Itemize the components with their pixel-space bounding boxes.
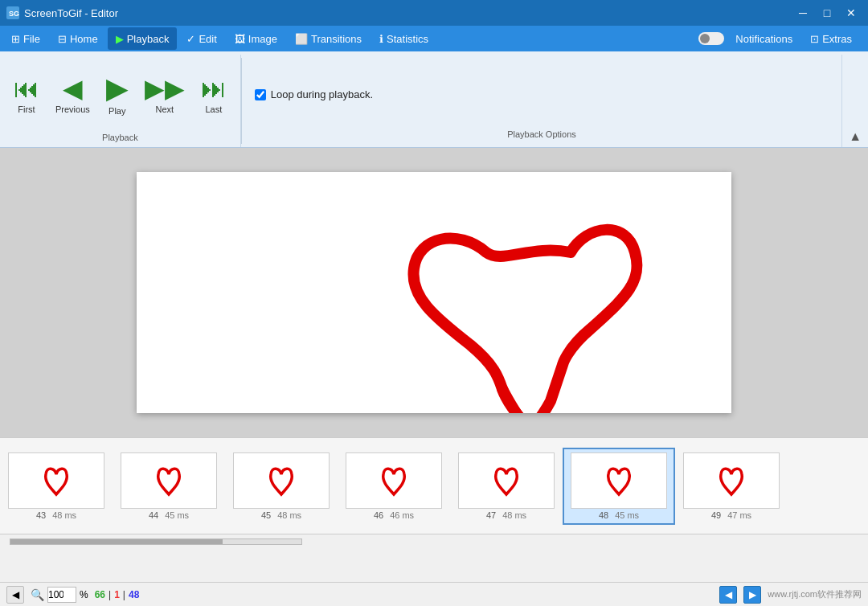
next-label: Next — [155, 104, 174, 114]
heart-main — [413, 230, 637, 413]
progress-fill — [10, 539, 223, 544]
playback-icon: ▶ — [116, 33, 124, 45]
playback-group: ⏮ First ◀ Previous ▶ Play ▶▶ Next ⏭ Last… — [0, 55, 241, 147]
notifications-area: Notifications ⊡ Extras — [698, 31, 865, 47]
menu-statistics[interactable]: ℹ Statistics — [371, 27, 436, 50]
frame-47-num: 47 — [486, 510, 496, 520]
main-canvas-area — [0, 148, 868, 437]
heart-bottom — [502, 389, 530, 413]
loop-checkbox-label[interactable]: Loop during playback. — [255, 88, 373, 100]
frame-48-ms: 45 ms — [615, 510, 639, 520]
menu-edit[interactable]: ✓ Edit — [178, 27, 224, 50]
loop-label: Loop during playback. — [271, 88, 373, 100]
scroll-left-button[interactable]: ◀ — [6, 586, 24, 604]
menu-image[interactable]: 🖼 Image — [227, 27, 285, 50]
menu-transitions[interactable]: ⬜ Transitions — [287, 27, 370, 50]
nav-left-button[interactable]: ◀ — [719, 586, 737, 604]
film-frame-47[interactable]: 47 48 ms — [450, 448, 563, 524]
film-frame-43[interactable]: 43 48 ms — [0, 448, 113, 524]
frame-48-info: 48 45 ms — [599, 510, 639, 520]
frame-counts: 66 | 1 | 48 — [95, 589, 140, 600]
notifications-button[interactable]: Notifications — [729, 31, 799, 47]
film-frame-48[interactable]: 48 45 ms — [563, 448, 675, 525]
extras-icon: ⊡ — [810, 33, 819, 45]
zoom-control: 🔍 % — [31, 587, 88, 603]
frame-47-icon — [474, 458, 538, 502]
ribbon-collapse-button[interactable]: ▲ — [842, 55, 868, 147]
extras-button[interactable]: ⊡ Extras — [804, 31, 858, 47]
frame-45-icon — [249, 458, 313, 502]
film-frame-49[interactable]: 49 47 ms — [675, 448, 788, 524]
nav-right-button[interactable]: ▶ — [743, 586, 761, 604]
frame-43-thumb — [8, 452, 104, 509]
svg-text:SG: SG — [9, 10, 19, 18]
frame-43-info: 43 48 ms — [36, 510, 76, 520]
progress-bar[interactable] — [10, 538, 302, 545]
frame-49-num: 49 — [711, 510, 721, 520]
frame-45-ms: 48 ms — [277, 510, 301, 520]
frame-46-num: 46 — [374, 510, 383, 520]
extras-label: Extras — [822, 33, 852, 45]
last-icon: ⏭ — [201, 76, 227, 101]
film-frame-45[interactable]: 45 48 ms — [225, 448, 338, 524]
current-frame: 48 — [129, 589, 139, 600]
playback-buttons: ⏮ First ◀ Previous ▶ Play ▶▶ Next ⏭ Last — [6, 58, 234, 131]
collapse-icon: ▲ — [849, 129, 862, 144]
frame-46-ms: 46 ms — [390, 510, 414, 520]
play-button[interactable]: ▶ Play — [99, 70, 136, 120]
first-button[interactable]: ⏮ First — [6, 72, 47, 118]
next-button[interactable]: ▶▶ Next — [137, 72, 192, 118]
total-frames: 66 — [95, 589, 105, 600]
title-bar: SG ScreenToGif - Editor ─ □ ✕ — [0, 0, 868, 26]
menu-file[interactable]: ⊞ File — [3, 27, 48, 50]
counts-separator2: | — [123, 589, 125, 600]
loop-checkbox[interactable] — [255, 89, 266, 100]
status-right: ◀ ▶ www.rjtj.com软件推荐网 — [719, 586, 862, 604]
menu-image-label: Image — [248, 33, 277, 45]
selected-count: 1 — [114, 589, 120, 600]
home-icon: ⊟ — [58, 33, 67, 45]
frame-49-icon — [699, 458, 764, 502]
menu-bar: ⊞ File ⊟ Home ▶ Playback ✓ Edit 🖼 Image … — [0, 26, 868, 51]
frame-48-thumb — [571, 452, 667, 509]
menu-home[interactable]: ⊟ Home — [50, 27, 106, 50]
menu-playback[interactable]: ▶ Playback — [108, 27, 178, 50]
menu-home-label: Home — [70, 33, 98, 45]
status-bar: ◀ 🔍 % 66 | 1 | 48 ◀ ▶ www.rjtj.com软件推荐网 — [0, 582, 868, 606]
frame-48-icon — [587, 458, 651, 502]
film-frame-46[interactable]: 46 46 ms — [338, 448, 450, 524]
frame-44-thumb — [121, 452, 217, 509]
app-title: ScreenToGif - Editor — [24, 7, 118, 19]
progress-area — [0, 534, 868, 548]
close-button[interactable]: ✕ — [841, 5, 862, 21]
minimize-button[interactable]: ─ — [792, 5, 813, 21]
last-button[interactable]: ⏭ Last — [194, 72, 234, 118]
loop-option: Loop during playback. — [255, 61, 829, 128]
canvas-svg — [137, 172, 731, 413]
menu-playback-label: Playback — [127, 33, 170, 45]
frame-48-num: 48 — [599, 510, 608, 520]
film-frame-44[interactable]: 44 45 ms — [113, 448, 225, 524]
frame-49-thumb — [683, 452, 780, 509]
frame-46-info: 46 46 ms — [374, 510, 414, 520]
next-icon: ▶▶ — [145, 76, 185, 101]
menu-statistics-label: Statistics — [387, 33, 428, 45]
zoom-input[interactable] — [47, 587, 76, 603]
notifications-toggle[interactable] — [698, 32, 724, 45]
menu-file-label: File — [23, 33, 40, 45]
previous-button[interactable]: ◀ Previous — [48, 72, 97, 118]
frame-44-num: 44 — [149, 510, 158, 520]
counts-separator: | — [108, 589, 111, 600]
frame-43-num: 43 — [36, 510, 46, 520]
notifications-label: Notifications — [735, 33, 792, 45]
zoom-icon: 🔍 — [31, 588, 44, 601]
transitions-icon: ⬜ — [295, 33, 308, 45]
playback-group-label: Playback — [102, 133, 138, 144]
previous-label: Previous — [55, 104, 90, 114]
frame-44-icon — [137, 458, 201, 502]
watermark-text: www.rjtj.com软件推荐网 — [768, 588, 862, 600]
frame-47-thumb — [458, 452, 555, 509]
statistics-icon: ℹ — [379, 33, 383, 45]
frame-46-icon — [362, 458, 426, 502]
maximize-button[interactable]: □ — [817, 5, 837, 21]
